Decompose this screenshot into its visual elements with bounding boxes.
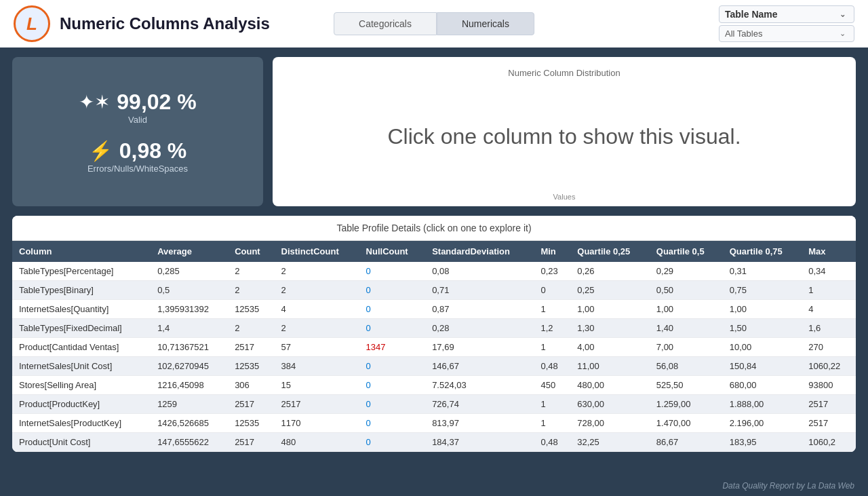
cell-q25: 32,25: [570, 433, 650, 452]
cell-column: TableTypes[FixedDecimal]: [12, 319, 151, 338]
cell-q75: 1,00: [723, 300, 802, 319]
cell-column: InternetSales[Quantity]: [12, 300, 151, 319]
cell-max: 2517: [802, 414, 856, 433]
cell-null-count: 0: [359, 300, 426, 319]
table-section: Table Profile Details (click on one to e…: [12, 216, 856, 452]
cell-null-count: 0: [359, 357, 426, 376]
cell-q25: 4,00: [570, 338, 650, 357]
cell-column: InternetSales[ProductKey]: [12, 414, 151, 433]
cell-null-count: 0: [359, 414, 426, 433]
table-row[interactable]: Stores[Selling Area] 1216,45098 306 15 0…: [12, 376, 856, 395]
cell-q25: 1,30: [570, 319, 650, 338]
cell-q75: 680,00: [723, 376, 802, 395]
col-header-q75: Quartile 0,75: [723, 241, 802, 262]
error-icon: ⚡: [89, 140, 113, 162]
cell-q75: 183,95: [723, 433, 802, 452]
cell-count: 2517: [228, 395, 274, 414]
cell-q75: 150,84: [723, 357, 802, 376]
cell-max: 270: [802, 338, 856, 357]
header: Numeric Columns Analysis Categoricals Nu…: [0, 0, 868, 47]
numericals-nav-button[interactable]: Numericals: [437, 12, 534, 35]
error-stat-row: ⚡ 0,98 % Errors/Nulls/WhiteSpaces: [26, 138, 250, 174]
header-nav: Categoricals Numericals: [334, 12, 534, 35]
valid-value: 99,02 %: [117, 90, 196, 115]
cell-std-dev: 726,74: [425, 395, 534, 414]
col-header-distinct-count: DistinctCount: [275, 241, 359, 262]
cell-q50: 1.259,00: [650, 395, 723, 414]
cell-q75: 10,00: [723, 338, 802, 357]
cell-distinct-count: 384: [275, 357, 359, 376]
cell-distinct-count: 2: [275, 281, 359, 300]
table-row[interactable]: Product[Cantidad Ventas] 10,71367521 251…: [12, 338, 856, 357]
cell-max: 0,34: [802, 262, 856, 281]
cell-column: InternetSales[Unit Cost]: [12, 357, 151, 376]
cell-average: 1,395931392: [151, 300, 228, 319]
dist-title: Numeric Column Distribution: [286, 68, 842, 78]
table-row[interactable]: Product[Unit Cost] 147,6555622 2517 480 …: [12, 433, 856, 452]
all-tables-label: All Tables: [725, 28, 762, 39]
cell-std-dev: 813,97: [425, 414, 534, 433]
cell-q75: 1.888,00: [723, 395, 802, 414]
cell-distinct-count: 2: [275, 262, 359, 281]
cell-null-count: 0: [359, 433, 426, 452]
table-row[interactable]: Product[ProductKey] 1259 2517 2517 0 726…: [12, 395, 856, 414]
col-header-max: Max: [802, 241, 856, 262]
cell-null-count: 0: [359, 319, 426, 338]
cell-count: 2517: [228, 433, 274, 452]
cell-q75: 2.196,00: [723, 414, 802, 433]
cell-q75: 1,50: [723, 319, 802, 338]
dist-footer: Values: [286, 190, 842, 201]
cell-distinct-count: 15: [275, 376, 359, 395]
cell-count: 2: [228, 262, 274, 281]
cell-q25: 0,25: [570, 281, 650, 300]
cell-q25: 630,00: [570, 395, 650, 414]
cell-q50: 0,50: [650, 281, 723, 300]
cell-std-dev: 17,69: [425, 338, 534, 357]
table-row[interactable]: TableTypes[Percentage] 0,285 2 2 0 0,08 …: [12, 262, 856, 281]
table-body: TableTypes[Percentage] 0,285 2 2 0 0,08 …: [12, 262, 856, 452]
table-row[interactable]: TableTypes[Binary] 0,5 2 2 0 0,71 0 0,25…: [12, 281, 856, 300]
categoricals-nav-button[interactable]: Categoricals: [334, 12, 437, 35]
all-tables-dropdown-button[interactable]: All Tables ⌄: [719, 25, 854, 42]
cell-column: Product[Unit Cost]: [12, 433, 151, 452]
cell-q50: 1,00: [650, 300, 723, 319]
table-wrapper[interactable]: Column Average Count DistinctCount NullC…: [12, 241, 856, 452]
cell-min: 0,23: [534, 262, 570, 281]
col-header-null-count: NullCount: [359, 241, 426, 262]
cell-count: 12535: [228, 357, 274, 376]
logo-container: Numeric Columns Analysis: [14, 5, 270, 42]
footer: Data Quality Report by La Data Web: [722, 481, 854, 491]
cell-min: 1: [534, 338, 570, 357]
table-row[interactable]: InternetSales[Unit Cost] 102,6270945 125…: [12, 357, 856, 376]
table-row[interactable]: InternetSales[ProductKey] 1426,526685 12…: [12, 414, 856, 433]
cell-average: 102,6270945: [151, 357, 228, 376]
distribution-panel: Numeric Column Distribution Click one co…: [273, 57, 856, 206]
cell-q50: 1.470,00: [650, 414, 723, 433]
col-header-column: Column: [12, 241, 151, 262]
cell-q50: 1,40: [650, 319, 723, 338]
cell-max: 1060,22: [802, 357, 856, 376]
cell-average: 1,4: [151, 319, 228, 338]
cell-distinct-count: 57: [275, 338, 359, 357]
cell-std-dev: 146,67: [425, 357, 534, 376]
cell-column: Product[Cantidad Ventas]: [12, 338, 151, 357]
cell-average: 0,285: [151, 262, 228, 281]
cell-column: TableTypes[Percentage]: [12, 262, 151, 281]
cell-null-count: 0: [359, 395, 426, 414]
cell-q25: 480,00: [570, 376, 650, 395]
cell-count: 2: [228, 319, 274, 338]
cell-std-dev: 7.524,03: [425, 376, 534, 395]
profile-table: Column Average Count DistinctCount NullC…: [12, 241, 856, 452]
cell-q25: 0,26: [570, 262, 650, 281]
error-label: Errors/Nulls/WhiteSpaces: [87, 164, 188, 174]
dist-placeholder-text: Click one column to show this visual.: [286, 83, 842, 190]
table-name-dropdown-button[interactable]: Table Name ⌄: [719, 5, 854, 23]
table-row[interactable]: TableTypes[FixedDecimal] 1,4 2 2 0 0,28 …: [12, 319, 856, 338]
cell-q25: 1,00: [570, 300, 650, 319]
cell-average: 1216,45098: [151, 376, 228, 395]
table-row[interactable]: InternetSales[Quantity] 1,395931392 1253…: [12, 300, 856, 319]
cell-q75: 0,75: [723, 281, 802, 300]
cell-distinct-count: 2517: [275, 395, 359, 414]
valid-icon: ✦✶: [79, 91, 110, 113]
cell-distinct-count: 4: [275, 300, 359, 319]
